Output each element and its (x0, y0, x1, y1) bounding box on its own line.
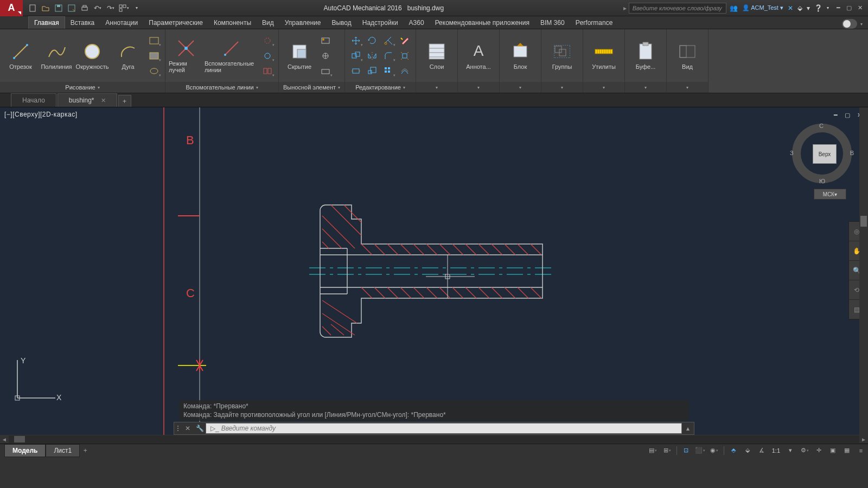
panel-draw-title[interactable]: Рисование▾ (0, 82, 165, 93)
erase-icon[interactable] (397, 34, 412, 48)
groups-button[interactable]: Группы (545, 37, 579, 75)
tab-annotate[interactable]: Аннотации (100, 17, 143, 29)
panel-annot-expand[interactable]: ▾ (458, 82, 499, 93)
tab-a360[interactable]: A360 (404, 17, 430, 29)
redo-icon[interactable]: ↷▾ (105, 3, 116, 14)
help-dropdown-icon[interactable]: ▾ (827, 5, 829, 10)
osnap-icon[interactable]: ⬘ (726, 445, 741, 456)
utilities-button[interactable]: Утилиты (586, 33, 621, 79)
grid-icon[interactable]: ⊞▾ (660, 445, 674, 456)
fillet-icon[interactable]: ▾ (381, 49, 396, 63)
cline-icon[interactable]: ▾ (260, 49, 275, 63)
mirror-icon[interactable] (365, 49, 380, 63)
stretch-icon[interactable] (348, 64, 363, 78)
rectangle-icon[interactable]: ▾ (146, 34, 162, 48)
qat-customize-icon[interactable]: ▾ (131, 3, 142, 14)
tab-parametric[interactable]: Параметрические (143, 17, 208, 29)
rotate-icon[interactable] (365, 34, 380, 48)
search-arrow-icon[interactable]: ▸ (621, 4, 629, 12)
scale-icon[interactable] (365, 64, 380, 78)
layout-add-button[interactable]: + (80, 447, 91, 454)
tab-document[interactable]: bushing*✕ (58, 93, 117, 107)
open-icon[interactable] (40, 3, 51, 14)
exchange-icon[interactable]: ✕ (788, 4, 793, 12)
layers-button[interactable]: Слои (419, 33, 454, 79)
model-paper-toggle[interactable]: ▤▾ (646, 445, 660, 456)
horizontal-scrollbar[interactable]: ◄► (0, 435, 868, 444)
gear-icon[interactable]: ⚙▾ (797, 445, 812, 456)
construction-lines-button[interactable]: Вспомогательные линии (205, 33, 259, 79)
panel-block-expand[interactable]: ▾ (500, 82, 541, 93)
tab-view[interactable]: Вид (257, 17, 279, 29)
infocenter-icon[interactable]: 👥 (730, 4, 738, 12)
3dosnap-icon[interactable]: ⬙ (741, 445, 755, 456)
command-grip[interactable] (174, 426, 182, 431)
hatch-icon[interactable]: ▾ (146, 49, 162, 63)
vertical-scrollbar[interactable] (859, 107, 868, 435)
minimize-button[interactable]: ━ (833, 3, 843, 13)
panel-layers-expand[interactable]: ▾ (416, 82, 457, 93)
move-icon[interactable]: ▾ (348, 34, 363, 48)
tab-close-icon[interactable]: ✕ (101, 97, 106, 104)
detail-a-icon[interactable] (318, 34, 333, 48)
scale-dropdown[interactable]: ▾ (783, 445, 797, 456)
coord-system-button[interactable]: МСК ▾ (814, 189, 846, 200)
arc-button[interactable]: Дуга (111, 33, 145, 79)
ray-mode-button[interactable]: Режим лучей (169, 33, 203, 79)
tab-model[interactable]: Модель (4, 444, 46, 457)
command-recent-icon[interactable]: ▴ (682, 422, 694, 434)
isolate-icon[interactable]: ✛ (812, 445, 826, 456)
copy-icon[interactable]: ▾ (348, 49, 363, 63)
tab-home[interactable]: Главная (28, 16, 65, 29)
stayconnected-icon[interactable]: ▾ (807, 4, 810, 12)
saveas-icon[interactable] (66, 3, 77, 14)
polar-icon[interactable]: ◉▾ (707, 445, 722, 456)
command-options-icon[interactable]: 🔧 (194, 422, 206, 434)
search-input[interactable]: Введите ключевое слово/фразу (629, 3, 726, 14)
panel-groups-expand[interactable]: ▾ (541, 82, 583, 93)
print-icon[interactable] (79, 3, 90, 14)
otrack-icon[interactable]: ∡ (755, 445, 769, 456)
clipboard-button[interactable]: Буфе... (628, 33, 663, 79)
signin-button[interactable]: 👤 ACM_Test ▾ (742, 4, 783, 11)
tab-output[interactable]: Вывод (326, 17, 356, 29)
tab-addins[interactable]: Надстройки (357, 17, 404, 29)
panel-clip-expand[interactable]: ▾ (625, 82, 666, 93)
block-button[interactable]: Блок (503, 33, 538, 79)
panel-modify-title[interactable]: Редактирование▾ (345, 82, 416, 93)
proj-icon[interactable]: ▾ (260, 64, 275, 78)
app-store-icon[interactable]: ⬙ (797, 4, 802, 12)
close-button[interactable]: ✕ (855, 3, 865, 13)
view-button[interactable]: Вид (670, 33, 705, 79)
command-close-icon[interactable]: ✕ (182, 422, 194, 434)
xline-icon[interactable]: ▾ (260, 34, 275, 48)
detail-b-icon[interactable] (318, 49, 333, 63)
ellipse-icon[interactable]: ▾ (146, 64, 162, 78)
tab-layout1[interactable]: Лист1 (46, 444, 80, 457)
help-icon[interactable]: ❔ (814, 4, 822, 12)
circle-button[interactable]: Окружность (75, 33, 110, 79)
scale-display[interactable]: 1:1 (769, 447, 783, 454)
tab-start[interactable]: Начало (11, 93, 56, 107)
tab-bim360[interactable]: BIM 360 (535, 17, 570, 29)
panel-view-expand[interactable]: ▾ (667, 82, 708, 93)
canvas[interactable]: B C (0, 107, 868, 435)
clean-icon[interactable]: ▦ (840, 445, 854, 456)
snap-icon[interactable]: ⊡ (679, 445, 693, 456)
trim-icon[interactable]: ▾ (381, 34, 396, 48)
tab-performance[interactable]: Performance (570, 17, 618, 29)
save-icon[interactable] (53, 3, 64, 14)
ribbon-toggle[interactable] (842, 19, 857, 29)
app-menu-button[interactable]: A (0, 0, 23, 16)
viewcube-top-face[interactable]: Верх (813, 144, 837, 164)
annotation-button[interactable]: AАннота... (461, 33, 496, 79)
tab-featured[interactable]: Рекомендованные приложения (430, 17, 535, 29)
tab-components[interactable]: Компоненты (208, 17, 257, 29)
hardware-icon[interactable]: ▣ (826, 445, 840, 456)
tab-manage[interactable]: Управление (279, 17, 327, 29)
panel-detail-title[interactable]: Выносной элемент▾ (279, 82, 344, 93)
customize-icon[interactable]: ≡ (854, 445, 868, 456)
undo-icon[interactable]: ↶▾ (92, 3, 103, 14)
maximize-button[interactable]: ▢ (844, 3, 854, 13)
tab-add-button[interactable]: + (118, 95, 131, 107)
